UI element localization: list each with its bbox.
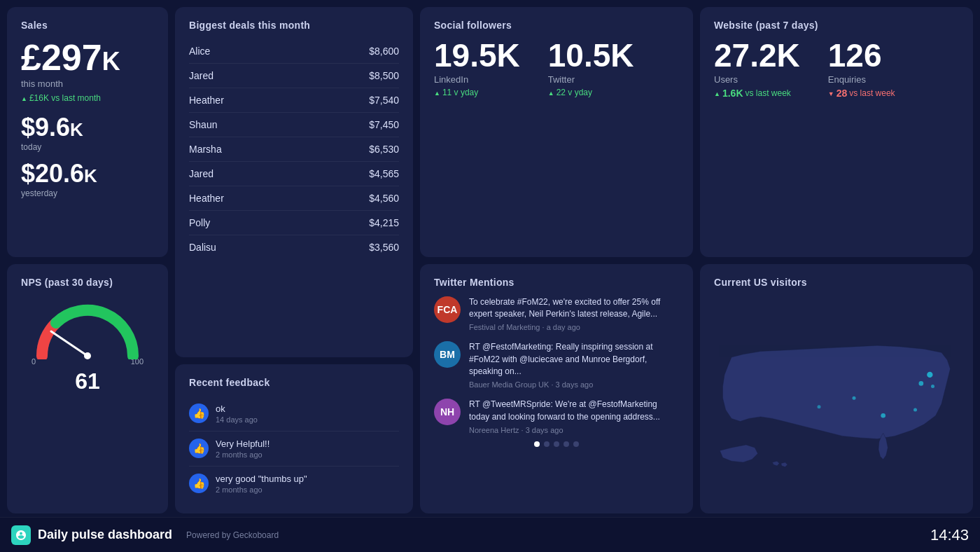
tweet-content: To celebrate #FoM22, we're excited to of… — [469, 296, 679, 332]
sales-delta-arrow — [21, 93, 27, 103]
map-container — [714, 296, 959, 500]
enquiries-delta-value: 28 — [836, 88, 848, 99]
deal-amount: $4,565 — [369, 168, 399, 179]
deal-amount: $7,540 — [369, 95, 399, 106]
feedback-time: 14 days ago — [216, 415, 258, 424]
feedback-card: Recent feedback 👍 ok 14 days ago 👍 Very … — [175, 364, 413, 513]
twitter-label: Twitter — [548, 74, 634, 85]
twitter-metric: 10.5K Twitter 22 v yday — [548, 39, 634, 97]
tweet-pagination-dot[interactable] — [554, 441, 559, 447]
nps-gauge — [31, 296, 144, 356]
linkedin-value: 19.5K — [434, 39, 520, 71]
tweet-item: BM RT @FestofMarketing: Really inspiring… — [434, 341, 679, 389]
social-title: Social followers — [434, 20, 679, 31]
feedback-content: very good "thumbs up" 2 months ago — [216, 474, 307, 494]
svg-point-1 — [84, 352, 91, 359]
tweet-pagination-dot[interactable] — [544, 441, 550, 447]
tweet-meta: Noreena Hertz · 3 days ago — [469, 426, 679, 434]
twitter-card: Twitter Mentions FCA To celebrate #FoM22… — [420, 264, 693, 514]
sales-title: Sales — [21, 20, 154, 31]
feedback-title: Recent feedback — [189, 377, 399, 388]
tweet-text: RT @TweetMRSpride: We're at @FestofMarke… — [469, 399, 679, 423]
footer-app-title: Daily pulse dashboard — [38, 527, 172, 542]
table-row: Alice$8,600 — [189, 39, 399, 64]
tweet-text: RT @FestofMarketing: Really inspiring se… — [469, 341, 679, 378]
users-label: Users — [714, 74, 800, 85]
feedback-text: very good "thumbs up" — [216, 474, 307, 484]
enquiries-label: Enquiries — [828, 74, 895, 85]
feedback-item: 👍 ok 14 days ago — [189, 396, 399, 432]
twitter-delta-value: 22 v yday — [556, 88, 592, 97]
sales-delta: £16K vs last month — [21, 93, 154, 103]
footer-logo: Daily pulse dashboard Powered by Geckobo… — [11, 525, 279, 545]
tweet-avatar: BM — [434, 341, 461, 368]
tweet-pagination-dot[interactable] — [573, 441, 579, 447]
users-delta: 1.6K vs last week — [714, 88, 800, 99]
linkedin-delta: 11 v yday — [434, 88, 520, 97]
tweet-pagination-dot[interactable] — [564, 441, 569, 447]
sales-yesterday-block: $20.6K yesterday — [21, 159, 154, 198]
website-title: Website (past 7 days) — [714, 20, 959, 31]
feedback-content: Very Helpful!! 2 months ago — [216, 439, 270, 459]
nps-card: NPS (past 30 days) 0 — [7, 264, 168, 514]
social-metrics: 19.5K LinkedIn 11 v yday 10.5K Twitter 2… — [434, 39, 679, 97]
linkedin-metric: 19.5K LinkedIn 11 v yday — [434, 39, 520, 97]
feedback-text: Very Helpful!! — [216, 439, 270, 449]
sales-today-value: $9.6K — [21, 113, 154, 142]
deals-title: Biggest deals this month — [189, 20, 399, 31]
tweet-item: NH RT @TweetMRSpride: We're at @FestofMa… — [434, 399, 679, 434]
col2-wrapper: Biggest deals this month Alice$8,600Jare… — [175, 7, 413, 513]
table-row: Jared$4,565 — [189, 162, 399, 186]
feedback-thumb-icon: 👍 — [189, 403, 209, 423]
users-delta-label: vs last week — [746, 88, 791, 98]
tweet-content: RT @TweetMRSpride: We're at @FestofMarke… — [469, 399, 679, 434]
linkedin-delta-value: 11 v yday — [442, 88, 478, 97]
feedback-content: ok 14 days ago — [216, 403, 258, 424]
sales-yesterday-value: $20.6K — [21, 159, 154, 188]
deal-amount: $7,450 — [369, 119, 399, 130]
tweets-container: FCA To celebrate #FoM22, we're excited t… — [434, 296, 679, 435]
twitter-delta-arrow — [548, 88, 554, 97]
map-title: Current US visitors — [714, 277, 959, 288]
table-row: Heather$7,540 — [189, 88, 399, 113]
users-value: 27.2K — [714, 39, 800, 71]
deals-table: Alice$8,600Jared$8,500Heather$7,540Shaun… — [189, 39, 399, 259]
sales-main-label: this month — [21, 78, 154, 89]
deal-amount: $6,530 — [369, 144, 399, 155]
feedback-time: 2 months ago — [216, 485, 307, 494]
nps-score: 61 — [75, 368, 100, 394]
feedback-item: 👍 Very Helpful!! 2 months ago — [189, 432, 399, 467]
sales-main-value: £297K — [21, 39, 154, 76]
linkedin-delta-arrow — [434, 88, 440, 97]
sales-card: Sales £297K this month £16K vs last mont… — [7, 7, 168, 257]
deal-name: Jared — [189, 168, 214, 179]
sales-suffix: K — [102, 47, 120, 76]
deal-name: Heather — [189, 95, 224, 106]
enquiries-delta: 28 vs last week — [828, 88, 895, 99]
deal-amount: $8,600 — [369, 46, 399, 57]
nps-gauge-container: 0 100 61 — [21, 296, 154, 394]
deal-amount: $8,500 — [369, 70, 399, 81]
deal-name: Alice — [189, 46, 210, 57]
deal-name: Polly — [189, 217, 210, 228]
feedback-thumb-icon: 👍 — [189, 439, 209, 458]
deal-name: Jared — [189, 70, 214, 81]
feedback-thumb-icon: 👍 — [189, 474, 209, 493]
linkedin-label: LinkedIn — [434, 74, 520, 85]
table-row: Marsha$6,530 — [189, 137, 399, 162]
tweet-pagination-dot[interactable] — [534, 441, 540, 447]
table-row: Jared$8,500 — [189, 64, 399, 88]
sales-yesterday-label: yesterday — [21, 188, 154, 198]
deal-amount: $4,560 — [369, 193, 399, 204]
table-row: Shaun$7,450 — [189, 113, 399, 137]
svg-point-8 — [913, 408, 917, 411]
svg-point-5 — [881, 413, 886, 418]
svg-point-6 — [853, 396, 856, 399]
svg-point-4 — [931, 385, 934, 388]
tweet-avatar: FCA — [434, 296, 461, 323]
svg-point-3 — [919, 381, 924, 386]
table-row: Heather$4,560 — [189, 186, 399, 211]
table-row: Dalisu$3,560 — [189, 235, 399, 259]
sales-value: 297 — [41, 37, 102, 78]
deal-name: Dalisu — [189, 242, 216, 253]
